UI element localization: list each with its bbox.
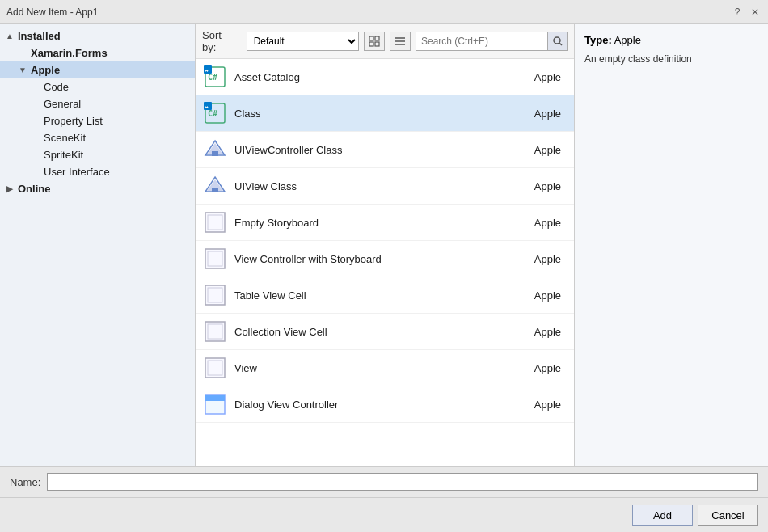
item-icon-dialog-view-controller bbox=[202, 391, 228, 417]
view-list-button[interactable] bbox=[390, 32, 411, 51]
info-panel: Type: Apple An empty class definition bbox=[574, 24, 768, 466]
type-value: Apple bbox=[614, 34, 641, 46]
list-item[interactable]: C# ↔ Class Apple bbox=[196, 95, 574, 132]
sidebar-item-scenekit[interactable]: SceneKit bbox=[0, 129, 195, 146]
expand-icon-online: ▶ bbox=[3, 184, 16, 193]
svg-text:↔: ↔ bbox=[205, 103, 209, 111]
name-bar: Name: bbox=[0, 466, 768, 497]
svg-rect-3 bbox=[375, 42, 379, 46]
item-icon-view bbox=[202, 355, 228, 381]
sidebar-label-spritekit: SpriteKit bbox=[44, 149, 83, 161]
dialog-body: ▲ Installed Xamarin.Forms ▼ Apple Code G… bbox=[0, 24, 768, 532]
item-icon-class: C# ↔ bbox=[202, 100, 228, 126]
dialog-title: Add New Item - App1 bbox=[6, 6, 98, 18]
info-type: Type: Apple bbox=[584, 34, 758, 46]
name-label: Name: bbox=[10, 476, 40, 488]
search-input[interactable] bbox=[416, 36, 547, 47]
list-item[interactable]: Empty Storyboard Apple bbox=[196, 205, 574, 241]
list-item[interactable]: View Controller with Storyboard Apple bbox=[196, 241, 574, 277]
list-icon bbox=[395, 36, 406, 47]
item-icon-collection-view-cell bbox=[202, 319, 228, 344]
add-button[interactable]: Add bbox=[632, 505, 693, 526]
svg-rect-19 bbox=[212, 151, 218, 156]
toolbar: Sort by: Default Name Type bbox=[196, 24, 574, 59]
sidebar-label-scenekit: SceneKit bbox=[44, 132, 86, 144]
name-input[interactable] bbox=[47, 473, 758, 491]
sidebar-item-general[interactable]: General bbox=[0, 95, 195, 112]
svg-rect-1 bbox=[375, 36, 379, 40]
sidebar-item-code[interactable]: Code bbox=[0, 78, 195, 95]
item-category-table-view-cell: Apple bbox=[534, 289, 561, 302]
list-item[interactable]: Collection View Cell Apple bbox=[196, 314, 574, 350]
sidebar-label-online: Online bbox=[18, 183, 50, 195]
svg-rect-31 bbox=[205, 358, 225, 378]
svg-rect-23 bbox=[205, 213, 225, 232]
svg-text:C#: C# bbox=[208, 73, 217, 82]
item-name-collection-view-cell: Collection View Cell bbox=[234, 326, 534, 338]
item-icon-uiview bbox=[202, 173, 228, 199]
svg-rect-0 bbox=[369, 36, 373, 40]
close-button[interactable]: ✕ bbox=[749, 6, 762, 19]
item-name-uiview: UIView Class bbox=[234, 180, 534, 192]
item-category-uiviewcontroller: Apple bbox=[534, 144, 561, 156]
item-icon-empty-storyboard bbox=[202, 209, 228, 235]
sidebar-item-xamarin[interactable]: Xamarin.Forms bbox=[0, 44, 195, 61]
svg-point-7 bbox=[554, 37, 560, 44]
search-button[interactable] bbox=[547, 32, 567, 50]
type-label: Type: bbox=[584, 34, 612, 46]
svg-text:C#: C# bbox=[208, 109, 217, 118]
item-category-view: Apple bbox=[534, 362, 561, 374]
sidebar-item-spritekit[interactable]: SpriteKit bbox=[0, 146, 195, 163]
item-category-class: Apple bbox=[534, 108, 561, 120]
expand-icon-installed: ▲ bbox=[3, 32, 16, 40]
item-category-vc-storyboard: Apple bbox=[534, 253, 561, 265]
title-bar: Add New Item - App1 ? ✕ bbox=[0, 0, 768, 24]
sidebar-item-online[interactable]: ▶ Online bbox=[0, 180, 195, 197]
toolbar-right bbox=[416, 32, 568, 51]
cancel-button[interactable]: Cancel bbox=[698, 505, 758, 526]
item-category-asset-catalog: Apple bbox=[534, 71, 561, 83]
view-grid-button[interactable] bbox=[364, 32, 385, 51]
expand-icon-apple: ▼ bbox=[16, 65, 29, 74]
svg-rect-2 bbox=[369, 42, 373, 46]
list-item[interactable]: C# ↔ Asset Catalog Apple bbox=[196, 59, 574, 95]
svg-rect-29 bbox=[205, 322, 225, 341]
svg-rect-25 bbox=[205, 249, 225, 268]
title-bar-controls: ? ✕ bbox=[731, 6, 762, 19]
footer-bar: Add Cancel bbox=[0, 497, 768, 532]
sidebar-item-installed[interactable]: ▲ Installed bbox=[0, 27, 195, 44]
sidebar-label-apple: Apple bbox=[31, 64, 60, 76]
info-description: An empty class definition bbox=[584, 53, 758, 66]
item-icon-uiviewcontroller bbox=[202, 137, 228, 163]
list-item[interactable]: Dialog View Controller Apple bbox=[196, 386, 574, 423]
item-category-collection-view-cell: Apple bbox=[534, 326, 561, 338]
sidebar-label-general: General bbox=[44, 98, 81, 110]
sidebar-label-code: Code bbox=[44, 81, 69, 93]
sidebar-label-installed: Installed bbox=[18, 30, 61, 42]
item-category-empty-storyboard: Apple bbox=[534, 217, 561, 229]
item-name-view: View bbox=[234, 362, 534, 374]
svg-line-8 bbox=[559, 43, 562, 45]
sort-select[interactable]: Default Name Type bbox=[247, 32, 360, 51]
svg-text:↔: ↔ bbox=[205, 67, 209, 74]
item-category-dialog-view-controller: Apple bbox=[534, 399, 561, 411]
search-icon bbox=[553, 36, 563, 46]
sidebar-item-property-list[interactable]: Property List bbox=[0, 112, 195, 129]
sidebar-item-apple[interactable]: ▼ Apple bbox=[0, 61, 195, 78]
item-name-class: Class bbox=[234, 108, 534, 120]
list-item[interactable]: UIViewController Class Apple bbox=[196, 132, 574, 168]
search-box[interactable] bbox=[416, 32, 568, 51]
list-item[interactable]: View Apple bbox=[196, 350, 574, 386]
list-item[interactable]: UIView Class Apple bbox=[196, 168, 574, 205]
items-list: C# ↔ Asset Catalog Apple C# bbox=[196, 59, 574, 466]
item-name-uiviewcontroller: UIViewController Class bbox=[234, 144, 534, 156]
svg-rect-22 bbox=[212, 188, 218, 192]
help-button[interactable]: ? bbox=[731, 6, 744, 19]
item-name-table-view-cell: Table View Cell bbox=[234, 289, 534, 302]
center-panel: Sort by: Default Name Type bbox=[196, 24, 574, 466]
sidebar-label-xamarin: Xamarin.Forms bbox=[31, 47, 108, 59]
list-item[interactable]: Table View Cell Apple bbox=[196, 277, 574, 314]
sidebar-item-user-interface[interactable]: User Interface bbox=[0, 163, 195, 180]
item-category-uiview: Apple bbox=[534, 180, 561, 192]
item-icon-asset-catalog: C# ↔ bbox=[202, 64, 228, 90]
